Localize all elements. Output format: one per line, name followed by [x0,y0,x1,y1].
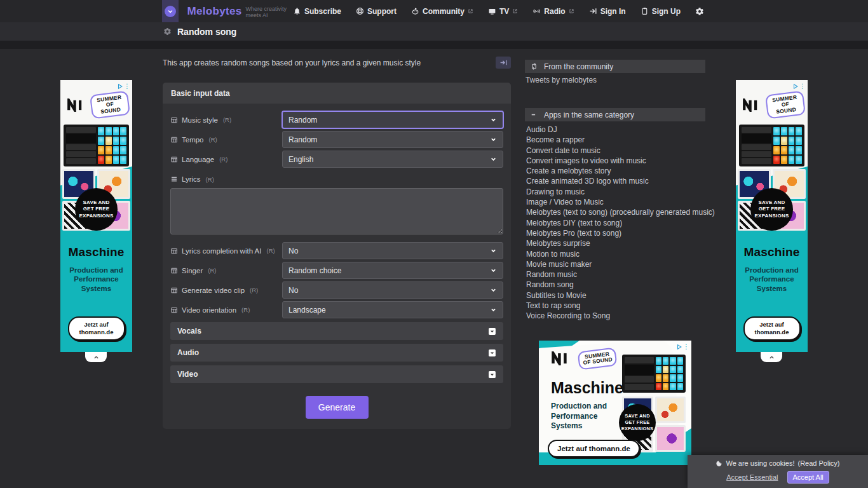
nav-label: Radio [544,7,565,16]
badge-line: GET FREE [83,206,110,212]
app-link[interactable]: Subtitles to Movie [525,290,705,301]
app-link[interactable]: Melobytes DIY (text to song) [525,218,705,228]
community-icon [411,7,419,15]
ad-banner-left[interactable]: ⋮ SUMMER OF SOUND [60,80,132,352]
generate-video-clip-select[interactable]: No [282,281,503,299]
adchoices-icon [792,81,799,92]
singer-select[interactable]: Random choice [282,262,503,279]
maschine-controller-image [739,125,804,166]
ad-choices[interactable]: ⋮ [676,341,689,353]
cookie-message: We are using cookies! [726,459,794,467]
table-icon [170,267,178,274]
app-link[interactable]: Convert images to video with music [525,156,705,166]
badge-line: SAVE AND [625,413,650,419]
section-vocals[interactable]: Vocals [170,322,503,340]
divider-band [0,41,868,49]
app-link[interactable]: Melobytes (text to song) (procedurally g… [525,207,705,217]
accept-all-button[interactable]: Accept All [787,471,829,484]
nav-item-support[interactable]: Support [356,7,397,16]
app-link[interactable]: Image / Video to Music [525,197,705,207]
app-link[interactable]: Create a melobytes story [525,166,705,176]
form-section-header: Basic input data [163,83,511,104]
nav-label: Subscribe [304,7,341,16]
section-audio[interactable]: Audio [170,344,503,362]
ad-banner-bottom[interactable]: ⋮ SUMMER OF SOUND Maschine Production an… [539,341,691,465]
language-select[interactable]: English [282,151,503,168]
controller-panel [66,127,96,164]
badge-line: EXPANSIONS [621,426,654,432]
chevron-down-icon [490,156,497,163]
brand-name[interactable]: Melobytes [187,5,242,18]
app-link[interactable]: Convert date to music [525,146,705,156]
brand[interactable]: Melobytes Where creativity meets AI [162,0,293,22]
nav-item-subscribe[interactable]: Subscribe [293,7,341,16]
ad-cta-button[interactable]: Jetzt auf thomann.de [548,440,640,458]
lyrics-textarea[interactable] [170,188,503,234]
field-label: Lyrics (R) [170,175,503,183]
generate-button[interactable]: Generate [306,396,369,419]
music-style-select[interactable]: Random [282,111,503,128]
section-label: Audio [177,348,199,357]
app-link[interactable]: Drawing to music [525,187,705,197]
ad-menu-icon: ⋮ [799,83,806,90]
video-orientation-select[interactable]: Landscape [282,301,503,318]
tweets-link[interactable]: Tweets by melobytes [526,76,705,85]
nav-item-sign-up[interactable]: Sign Up [641,7,681,16]
app-link[interactable]: Audio DJ [525,125,705,135]
field-label-text: Video orientation [182,306,236,314]
community-title: From the community [544,62,613,71]
ad-choices[interactable]: ⋮ [117,81,130,92]
app-link[interactable]: Random music [525,269,705,280]
app-link[interactable]: Random song [525,280,705,290]
field-label: Music style (R) [170,116,282,124]
read-policy-link[interactable]: (Read Policy) [798,459,840,467]
app-link[interactable]: Melobytes Pro (text to song) [525,228,705,238]
section-video[interactable]: Video [170,365,503,383]
ad-subtitle: Production and Performance Systems [551,402,628,431]
required-tag: (R) [250,287,258,294]
ad-cta-button[interactable]: Jetzt auf thomann.de [743,316,801,341]
cookie-actions-row: Accept Essential Accept All [726,471,829,484]
ad-collapse-tab-right[interactable] [761,352,782,362]
ad-banner-right[interactable]: ⋮ SUMMER OF SOUND [736,80,808,352]
settings-gear-button[interactable] [695,7,704,16]
ni-logo-icon [66,98,88,112]
table-icon [170,156,178,163]
accept-essential-link[interactable]: Accept Essential [726,473,778,481]
ad-collapse-tab-left[interactable] [85,352,107,362]
apps-category-title: Apps in the same category [544,111,634,119]
field-generate-video-clip: Generate video clip (R) No [170,281,503,299]
main-content: This app creates random songs based on y… [163,49,511,429]
arrow-to-bar-icon [499,58,508,67]
field-music-style: Music style (R) Random [170,111,503,128]
maschine-controller-image [622,355,686,393]
app-link[interactable]: Create animated 3D logo with music [525,176,705,186]
nav-item-radio[interactable]: Radio [532,7,574,16]
ad-choices[interactable]: ⋮ [792,81,806,92]
nav-item-sign-in[interactable]: Sign In [589,7,626,16]
tempo-select[interactable]: Random [282,131,503,148]
ni-logo-icon [550,351,573,365]
required-tag: (R) [219,156,227,163]
app-link[interactable]: Movie music maker [525,259,705,269]
sticker-line2: OF SOUND [100,101,121,115]
app-link[interactable]: Motion to music [525,249,705,259]
cookie-icon [715,460,722,467]
collapse-panel-button[interactable] [496,57,511,69]
select-value: No [288,286,298,295]
page-header: Random song [0,22,868,41]
summer-of-sound-sticker: SUMMER OF SOUND [90,90,130,119]
field-lyrics: Lyrics (R) [170,175,503,237]
select-value: Random choice [288,266,341,275]
app-link[interactable]: Melobytes surprise [525,238,705,248]
nav-item-tv[interactable]: TV [488,7,518,16]
ad-cta-button[interactable]: Jetzt auf thomann.de [68,316,125,341]
app-link[interactable]: Voice Recording to Song [525,311,705,321]
field-singer: Singer (R) Random choice [170,262,503,279]
app-link[interactable]: Become a rapper [525,135,705,145]
lyrics-completion-select[interactable]: No [282,242,503,259]
select-value: English [288,155,313,164]
app-link[interactable]: Text to rap song [525,301,705,311]
ad-title: Maschine [60,245,132,259]
nav-item-community[interactable]: Community [411,7,473,16]
